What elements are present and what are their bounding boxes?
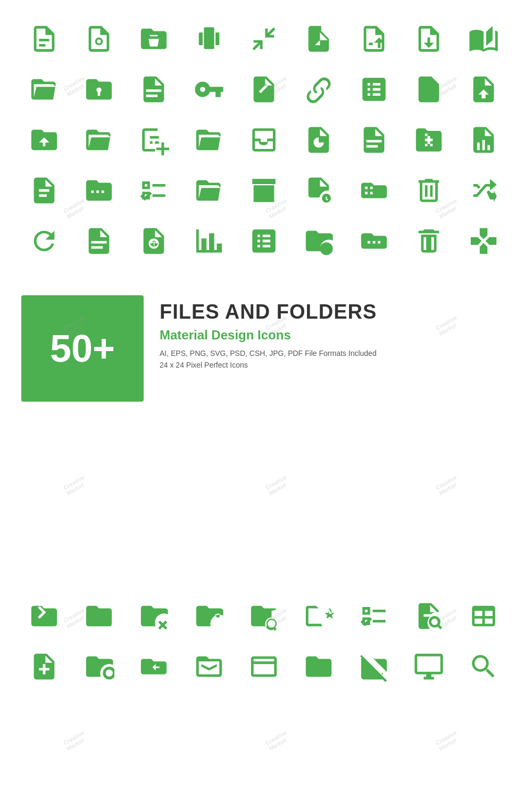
chart-bar-icon (186, 218, 231, 263)
folder-open-icon (21, 66, 66, 112)
folder-open3-icon (186, 117, 231, 162)
magnify-icon (461, 644, 506, 689)
file-add-icon (21, 644, 66, 689)
file-corner-icon (21, 168, 66, 213)
file-multiple-icon (131, 117, 177, 162)
folder-mail-icon (186, 644, 231, 689)
info-text: FILES AND FOLDERS Material Design Icons … (160, 295, 511, 369)
folder-cancel-icon (131, 593, 177, 638)
file-move-icon (406, 66, 451, 112)
archive-arrow-icon (241, 168, 286, 213)
folder-person-icon (241, 593, 286, 638)
folder-plain-icon (76, 593, 121, 638)
network-icon (186, 16, 231, 61)
folder-files-icon (131, 66, 177, 112)
trash-full-icon (406, 168, 451, 213)
formats-text: AI, EPS, PNG, SVG, PSD, CSH, JPG, PDF Fi… (160, 349, 511, 358)
file-search-icon (406, 593, 451, 638)
product-subtitle: Material Design Icons (160, 328, 511, 343)
refresh-icon (21, 218, 66, 263)
folder-off-icon (351, 644, 396, 689)
watermark: CreativeMarket (62, 729, 89, 752)
file-import-icon (406, 16, 451, 61)
badge-box: 50+ (21, 295, 144, 402)
badge-number: 50+ (50, 329, 115, 368)
folder-cog-icon (186, 593, 231, 638)
watermark: CreativeMarket (264, 729, 291, 752)
spacer (0, 423, 532, 583)
product-title: FILES AND FOLDERS (160, 301, 511, 323)
file-edit-icon (296, 16, 342, 61)
file-cog-icon (76, 16, 121, 61)
top-icons-section (0, 0, 532, 279)
folder-grid-icon (351, 218, 396, 263)
pixel-text: 24 x 24 Pixel Perfect Icons (160, 361, 511, 369)
folder-open4-icon (186, 168, 231, 213)
list-alt-icon (351, 66, 396, 112)
file-pie-icon (296, 117, 342, 162)
folder-open2-icon (76, 117, 121, 162)
file-list2-icon (241, 218, 286, 263)
book-open-icon (461, 16, 506, 61)
folder-cut-icon (21, 593, 66, 638)
folder-tree-icon (351, 168, 396, 213)
folder-arrow2-icon (131, 644, 177, 689)
folder-full-icon (76, 168, 121, 213)
folder-trash-icon (131, 16, 177, 61)
folder-arrow-icon (21, 117, 66, 162)
list-check-icon (131, 168, 177, 213)
watermark: CreativeMarket (435, 729, 461, 752)
monitor-icon (406, 644, 451, 689)
file-slash-icon (241, 66, 286, 112)
file-list-icon (76, 218, 121, 263)
folder-time-icon (296, 218, 342, 263)
file-document-icon (21, 16, 66, 61)
folder-multiple-icon (406, 117, 451, 162)
file-link-icon (296, 66, 342, 112)
icon-grid-bottom (21, 593, 511, 689)
folder-green-icon (296, 644, 342, 689)
trash-striped-icon (406, 218, 451, 263)
table-grid-icon (461, 593, 506, 638)
file-peace-icon (131, 218, 177, 263)
inbox-icon (241, 117, 286, 162)
file-random-icon (461, 218, 506, 263)
arrow-collapse-icon (241, 16, 286, 61)
bottom-icons-section (0, 583, 532, 716)
file-shuffle-icon (461, 168, 506, 213)
folder-lock-icon (76, 66, 121, 112)
folder-star-icon (296, 593, 342, 638)
icon-grid-row1 (21, 16, 511, 263)
folder-settings-icon (76, 644, 121, 689)
info-section: 50+ FILES AND FOLDERS Material Design Ic… (0, 279, 532, 423)
file-export-icon (351, 16, 396, 61)
list-document-icon (351, 593, 396, 638)
file-upload-icon (461, 66, 506, 112)
file-lines-icon (351, 117, 396, 162)
folder-stacked-icon (241, 644, 286, 689)
file-clock-icon (296, 168, 342, 213)
key-icon (186, 66, 231, 112)
file-chart-icon (461, 117, 506, 162)
